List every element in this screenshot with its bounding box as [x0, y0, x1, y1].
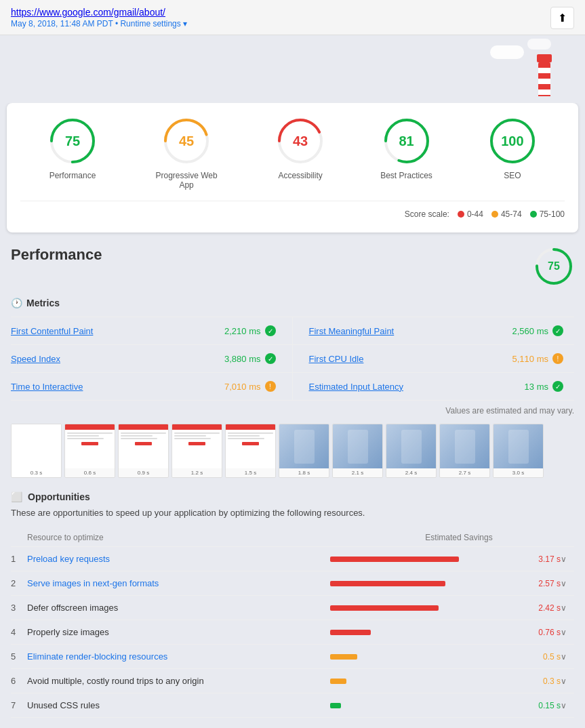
opp-name-0[interactable]: Preload key requests: [27, 554, 330, 564]
score-item-accessibility[interactable]: 43 Accessibility: [276, 117, 325, 190]
opp-chevron-2[interactable]: ∨: [561, 603, 574, 613]
film-frame-inner-9: [493, 424, 543, 468]
metric-value-4: 7,010 ms !: [224, 381, 275, 392]
opp-savings-1: 2.57 s: [330, 579, 561, 588]
metric-name-2[interactable]: Speed Index: [11, 354, 60, 364]
film-timestamp-5: 1.8 s: [279, 468, 329, 477]
metric-row-2: Speed Index 3,880 ms ✓: [11, 345, 293, 373]
opp-value-2: 2.42 s: [532, 603, 561, 613]
score-item-pwa[interactable]: 45 Progressive Web App: [153, 117, 220, 190]
opp-name-3: Properly size images: [27, 627, 330, 637]
metric-badge-4: !: [265, 381, 276, 392]
score-label-accessibility: Accessibility: [278, 171, 322, 180]
opportunity-row-4[interactable]: 5 Eliminate render-blocking resources 0.…: [11, 645, 574, 669]
scale-dot-orange: [491, 211, 498, 218]
share-button[interactable]: ⬆: [550, 7, 574, 29]
film-timestamp-1: 0.6 s: [65, 468, 115, 477]
film-frame-inner-1: [65, 424, 115, 468]
film-frame-0: 0.3 s: [11, 424, 62, 478]
film-frame-inner-4: [226, 424, 275, 468]
metric-time-1: 2,560 ms: [512, 326, 548, 336]
film-frame-inner-5: [279, 424, 329, 468]
scale-range-red: 0-44: [467, 209, 483, 219]
opp-chevron-1[interactable]: ∨: [561, 579, 574, 588]
header-date: May 8, 2018, 11:48 AM PDT: [11, 19, 113, 28]
opp-bar-3: [330, 630, 371, 635]
opp-value-1: 2.57 s: [532, 579, 561, 588]
opp-num-3: 4: [11, 627, 27, 637]
opp-chevron-6[interactable]: ∨: [561, 701, 574, 710]
metric-name-4[interactable]: Time to Interactive: [11, 382, 83, 392]
film-frame-inner-6: [333, 424, 382, 468]
metrics-header: 🕐 Metrics: [11, 298, 574, 308]
opp-chevron-3[interactable]: ∨: [561, 628, 574, 637]
film-timestamp-7: 2.4 s: [386, 468, 436, 477]
opp-bar-container-4: [330, 654, 527, 660]
metric-time-0: 2,210 ms: [224, 326, 260, 336]
opp-value-5: 0.3 s: [532, 676, 561, 686]
opp-bar-container-6: [330, 703, 527, 708]
opportunity-row-6[interactable]: 7 Unused CSS rules 0.15 s ∨: [11, 693, 574, 718]
opportunity-row-3[interactable]: 4 Properly size images 0.76 s ∨: [11, 620, 574, 645]
opp-bar-0: [330, 557, 459, 562]
score-number-performance: 75: [65, 134, 80, 149]
metric-row-0: First Contentful Paint 2,210 ms ✓: [11, 317, 293, 345]
lighthouse-tower: [538, 62, 550, 96]
scale-range-green: 75-100: [540, 209, 565, 219]
metric-name-0[interactable]: First Contentful Paint: [11, 326, 93, 336]
metric-badge-1: ✓: [552, 325, 563, 336]
metric-time-5: 13 ms: [525, 382, 548, 392]
opportunity-row-0[interactable]: 1 Preload key requests 3.17 s ∨: [11, 547, 574, 571]
filmstrip: 0.3 s 0.6 s: [11, 424, 574, 478]
metric-name-3[interactable]: First CPU Idle: [309, 354, 364, 364]
metric-name-5[interactable]: Estimated Input Latency: [309, 382, 403, 392]
runtime-settings-link[interactable]: Runtime settings: [120, 19, 180, 28]
opp-savings-6: 0.15 s: [330, 701, 561, 710]
opp-bar-4: [330, 654, 357, 660]
opp-chevron-5[interactable]: ∨: [561, 676, 574, 686]
page-url[interactable]: https://www.google.com/gmail/about/: [11, 7, 165, 18]
opp-chevron-0[interactable]: ∨: [561, 554, 574, 564]
perf-score-number: 75: [548, 260, 560, 272]
metric-value-5: 13 ms ✓: [525, 381, 563, 392]
film-frame-inner-0: [12, 424, 61, 468]
film-frame-inner-8: [440, 424, 489, 468]
scale-orange: 45-74: [491, 209, 522, 219]
col-savings-header: Estimated Savings: [344, 533, 574, 542]
opportunities-list: 1 Preload key requests 3.17 s ∨ 2 Serve …: [11, 547, 574, 718]
scale-range-orange: 45-74: [501, 209, 522, 219]
metric-badge-2: ✓: [265, 353, 276, 364]
metric-value-2: 3,880 ms ✓: [224, 353, 275, 364]
opportunity-row-2[interactable]: 3 Defer offscreen images 2.42 s ∨: [11, 596, 574, 620]
lighthouse-graphic: [517, 42, 571, 96]
opp-chevron-4[interactable]: ∨: [561, 652, 574, 662]
opportunities-description: These are opportunities to speed up your…: [11, 508, 574, 518]
opp-name-4[interactable]: Eliminate render-blocking resources: [27, 651, 330, 662]
opp-name-1[interactable]: Serve images in next-gen formats: [27, 578, 330, 588]
opportunities-section: ⬜ Opportunities These are opportunities …: [11, 491, 574, 718]
opportunity-row-5[interactable]: 6 Avoid multiple, costly round trips to …: [11, 669, 574, 693]
score-item-seo[interactable]: 100 SEO: [488, 117, 537, 190]
score-item-performance[interactable]: 75 Performance: [48, 117, 97, 190]
opp-savings-4: 0.5 s: [330, 652, 561, 662]
score-label-pwa: Progressive Web App: [153, 171, 220, 190]
score-scale: Score scale: 0-44 45-74 75-100: [20, 201, 565, 219]
metric-time-2: 3,880 ms: [224, 354, 260, 364]
metric-name-1[interactable]: First Meaningful Paint: [309, 326, 395, 336]
opportunity-row-1[interactable]: 2 Serve images in next-gen formats 2.57 …: [11, 571, 574, 596]
opp-bar-container-3: [330, 630, 527, 635]
film-frame-8: 2.7 s: [439, 424, 490, 478]
scale-dot-red: [458, 211, 464, 218]
score-circle-accessibility: 43: [276, 117, 325, 165]
scale-red: 0-44: [458, 209, 483, 219]
opp-num-1: 2: [11, 578, 27, 588]
score-circle-best-practices: 81: [382, 117, 431, 165]
performance-header: Performance 75: [11, 246, 574, 287]
film-frame-9: 3.0 s: [493, 424, 544, 478]
opp-num-4: 5: [11, 651, 27, 662]
performance-title: Performance: [11, 246, 102, 264]
opp-bar-container-2: [330, 605, 527, 611]
opp-num-0: 1: [11, 554, 27, 564]
opp-bar-container-5: [330, 679, 527, 684]
score-item-best-practices[interactable]: 81 Best Practices: [380, 117, 432, 190]
